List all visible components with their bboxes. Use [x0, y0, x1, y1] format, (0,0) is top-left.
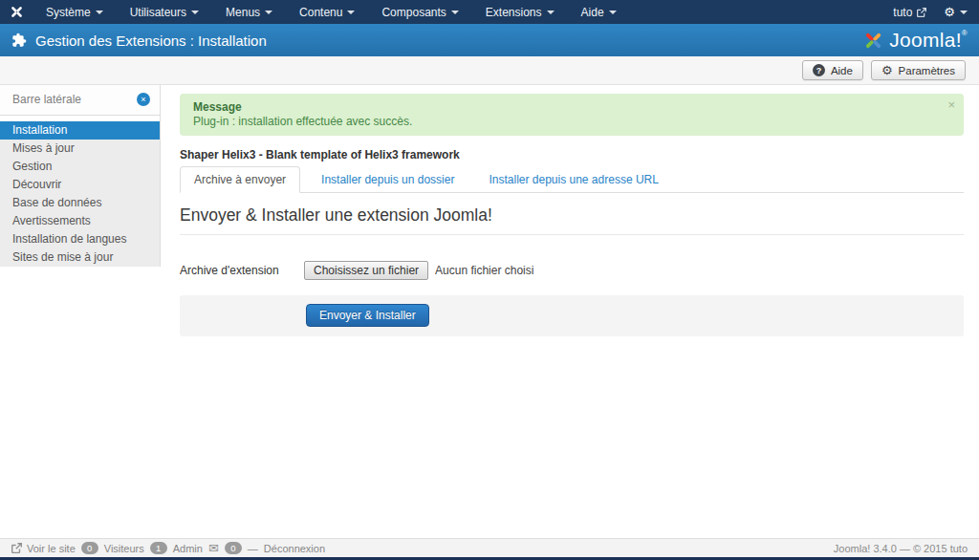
sidebar-item-base-de-donnees[interactable]: Base de données — [0, 194, 160, 212]
content: Message Plug-in : installation effectuée… — [180, 94, 964, 336]
tab-installer-depuis-dossier[interactable]: Installer depuis un dossier — [308, 167, 468, 192]
close-icon[interactable]: × — [947, 97, 955, 112]
sidebar-item-sites-mise-a-jour[interactable]: Sites de mise à jour — [0, 248, 160, 267]
options-button[interactable]: ⚙ Paramètres — [871, 60, 966, 80]
message-body: Plug-in : installation effectuée avec su… — [193, 115, 937, 128]
dash-icon: — — [248, 543, 258, 554]
page-title: Gestion des Extensions : Installation — [35, 32, 267, 49]
admin-menu: Système Utilisateurs Menus Contenu Compo… — [33, 0, 630, 24]
admin-navbar: Système Utilisateurs Menus Contenu Compo… — [0, 0, 979, 24]
external-link-icon — [11, 543, 22, 553]
status-bar: Voir le site 0 Visiteurs 1 Admin ✉ 0 — D… — [0, 538, 979, 557]
menu-extensions[interactable]: Extensions — [472, 0, 568, 24]
upload-install-button[interactable]: Envoyer & Installer — [306, 304, 429, 327]
choose-file-button[interactable]: Choisissez un fichier — [304, 261, 428, 280]
sidebar-menu: Installation Mises à jour Gestion Découv… — [0, 121, 160, 267]
joomla-mark-icon — [0, 5, 33, 19]
menu-label: Utilisateurs — [130, 6, 186, 19]
toolbar: ? Aide ⚙ Paramètres — [0, 56, 979, 85]
menu-systeme[interactable]: Système — [33, 0, 117, 24]
menu-label: Aide — [581, 6, 604, 19]
message-title: Message — [193, 100, 937, 114]
admin-count-badge: 1 — [150, 542, 167, 554]
messages-count-badge: 0 — [225, 542, 242, 554]
page-title-wrap: Gestion des Extensions : Installation — [11, 32, 267, 49]
sidebar-close-icon[interactable]: × — [137, 93, 150, 106]
menu-label: Contenu — [299, 6, 342, 19]
caret-down-icon — [347, 11, 355, 14]
menu-label: Menus — [226, 6, 260, 19]
sidebar-header: Barre latérale × — [0, 85, 160, 116]
joomla-admin-app: Système Utilisateurs Menus Contenu Compo… — [0, 0, 979, 560]
tab-archive-a-envoyer[interactable]: Archive à envoyer — [180, 166, 300, 193]
brand-text: Joomla!® — [889, 29, 968, 52]
menu-menus[interactable]: Menus — [212, 0, 286, 24]
sidebar-item-installation-langues[interactable]: Installation de langues — [0, 230, 160, 248]
caret-down-icon — [265, 11, 272, 14]
success-message: Message Plug-in : installation effectuée… — [180, 94, 964, 136]
user-settings-menu[interactable]: ⚙ — [944, 6, 968, 18]
sidebar: Barre latérale × Installation Mises à jo… — [0, 85, 161, 267]
joomla-brand: Joomla!® — [863, 29, 968, 52]
joomla-logo-icon — [863, 31, 883, 51]
options-label: Paramètres — [899, 65, 955, 76]
caret-down-icon — [96, 11, 103, 14]
caret-down-icon — [547, 11, 555, 14]
help-label: Aide — [831, 65, 853, 76]
help-button[interactable]: ? Aide — [802, 60, 863, 80]
sidebar-item-avertissements[interactable]: Avertissements — [0, 212, 160, 230]
menu-composants[interactable]: Composants — [368, 0, 471, 24]
caret-down-icon — [609, 11, 617, 14]
status-left: Voir le site 0 Visiteurs 1 Admin ✉ 0 — D… — [11, 542, 325, 554]
logout-link[interactable]: Déconnexion — [264, 543, 325, 554]
puzzle-icon — [11, 32, 27, 48]
file-field-label: Archive d'extension — [180, 261, 304, 277]
install-tabs: Archive à envoyer Installer depuis un do… — [180, 166, 964, 193]
sidebar-item-mises-a-jour[interactable]: Mises à jour — [0, 140, 160, 158]
visitors-count-badge: 0 — [81, 542, 98, 554]
section-heading: Envoyer & Installer une extension Joomla… — [180, 193, 964, 235]
caret-down-icon — [960, 11, 968, 14]
menu-contenu[interactable]: Contenu — [286, 0, 368, 24]
sidebar-item-gestion[interactable]: Gestion — [0, 158, 160, 176]
file-input: Choisissez un fichier Aucun fichier choi… — [304, 261, 533, 280]
sidebar-title: Barre latérale — [12, 93, 81, 106]
view-site-link[interactable]: Voir le site — [11, 543, 76, 554]
sidebar-item-decouvrir[interactable]: Découvrir — [0, 176, 160, 194]
menu-utilisateurs[interactable]: Utilisateurs — [117, 0, 212, 24]
visitors-label: Visiteurs — [104, 543, 144, 554]
page-header: Gestion des Extensions : Installation Jo… — [0, 24, 979, 56]
view-site-label: Voir le site — [27, 543, 76, 554]
extension-name: Shaper Helix3 - Blank template of Helix3… — [180, 148, 964, 162]
caret-down-icon — [451, 11, 459, 14]
envelope-icon[interactable]: ✉ — [208, 542, 219, 554]
navbar-right: tuto ⚙ — [893, 6, 979, 19]
menu-aide[interactable]: Aide — [568, 0, 630, 24]
main-area: Barre latérale × Installation Mises à jo… — [0, 85, 979, 538]
username: tuto — [893, 6, 912, 19]
gear-icon: ⚙ — [944, 6, 955, 18]
menu-label: Extensions — [486, 6, 542, 19]
tab-installer-depuis-url[interactable]: Installer depuis une adresse URL — [475, 167, 671, 192]
menu-label: Composants — [381, 6, 446, 19]
external-link-icon — [917, 8, 926, 17]
sidebar-item-installation[interactable]: Installation — [0, 121, 160, 140]
file-status-text: Aucun fichier choisi — [435, 264, 533, 277]
menu-label: Système — [46, 6, 91, 19]
view-site-user-link[interactable]: tuto — [893, 6, 926, 19]
form-actions: Envoyer & Installer — [180, 295, 964, 336]
admin-label: Admin — [173, 543, 203, 554]
version-text: Joomla! 3.4.0 — © 2015 tuto — [834, 543, 968, 554]
help-icon: ? — [813, 64, 825, 76]
gear-icon: ⚙ — [881, 64, 893, 76]
caret-down-icon — [191, 11, 199, 14]
file-form-row: Archive d'extension Choisissez un fichie… — [180, 261, 964, 280]
